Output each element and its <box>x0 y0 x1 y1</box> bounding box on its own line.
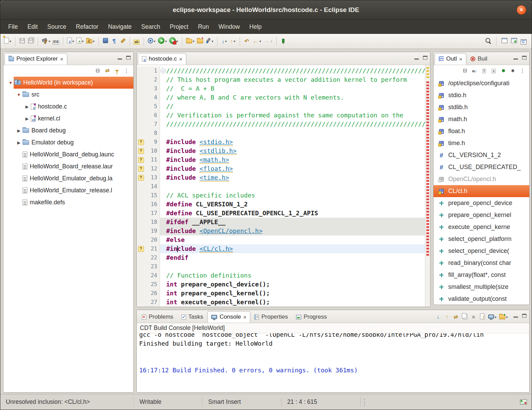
forward-button[interactable]: →▾ <box>263 36 274 47</box>
code-line[interactable]: ?11#include <math.h> <box>137 155 425 164</box>
code-line[interactable]: 8 <box>137 129 425 138</box>
code-text[interactable]: #else <box>166 235 425 244</box>
dropdown-arrow-icon[interactable]: ▾ <box>212 39 213 43</box>
outline-item[interactable]: select_opencl_device( <box>434 245 529 257</box>
outline-item[interactable]: float.h <box>434 125 529 137</box>
outline-item[interactable]: #CL_VERSION_1_2 <box>434 149 529 161</box>
maximize-icon[interactable] <box>522 314 527 318</box>
code-text[interactable]: // where A, B and C are vectors with N e… <box>166 93 425 102</box>
code-line[interactable]: 1−//////////////////////////////////////… <box>137 66 425 75</box>
tree-item[interactable]: HelloWorld_Emulator_release.l <box>3 184 133 196</box>
collapse-arrow-icon[interactable]: ▶ <box>16 128 22 133</box>
window-close-button[interactable]: × <box>517 5 526 15</box>
open-resource-button[interactable]: * <box>196 36 204 47</box>
tab-buil[interactable]: Buil <box>466 53 491 65</box>
dropdown-arrow-icon[interactable]: ▾ <box>234 39 235 43</box>
outline-item[interactable]: #CL_USE_DEPRECATED_ <box>434 161 529 173</box>
code-line[interactable]: 3// C = A + B <box>137 84 425 93</box>
code-text[interactable]: // Verification is performed against the… <box>166 111 425 120</box>
minimize-icon[interactable] <box>118 59 122 60</box>
tab-console[interactable]: Console× <box>207 311 250 323</box>
tree-item[interactable]: HelloWorld_Board_debug.launc <box>3 149 133 161</box>
menu-edit[interactable]: Edit <box>23 21 42 33</box>
code-text[interactable]: #include <math.h> <box>166 155 425 164</box>
collapse-arrow-icon[interactable]: ▶ <box>24 104 30 109</box>
open-perspective-button[interactable] <box>500 36 508 47</box>
tab-close-icon[interactable]: × <box>60 56 63 62</box>
tree-item[interactable]: ▶chostcode.c <box>3 101 133 113</box>
code-area[interactable]: 1−//////////////////////////////////////… <box>137 65 425 307</box>
tree-item[interactable]: ▶Board debug <box>3 125 133 137</box>
code-line[interactable]: ?21#include <CL/cl.h> <box>137 244 425 253</box>
outline-item[interactable]: time.h <box>434 137 529 149</box>
outline-item[interactable]: /opt/eclipse/configurati <box>434 77 529 89</box>
tab-outl[interactable]: Outl× <box>435 53 466 65</box>
dropdown-arrow-icon[interactable]: ▾ <box>49 39 50 43</box>
tab-close-icon[interactable]: × <box>243 314 247 320</box>
mark-occurrences-button[interactable]: ab <box>133 36 141 47</box>
collapse-arrow-icon[interactable]: ▶ <box>16 140 22 145</box>
code-line[interactable]: 7///////////////////////////////////////… <box>137 120 425 129</box>
expand-arrow-icon[interactable]: ▼ <box>8 80 14 85</box>
show-whitespace-button[interactable]: ¶ <box>110 36 118 47</box>
open-task-button[interactable]: ▾ <box>185 36 196 47</box>
outline-item[interactable]: prepare_opencl_kernel <box>434 209 529 221</box>
menu-run[interactable]: Run <box>194 21 213 33</box>
tab-properties[interactable]: Properties <box>250 311 292 323</box>
console-output[interactable]: gcc -o hostcode hostcode_object -lOpenCL… <box>137 333 529 392</box>
tree-item[interactable]: ▼CHelloWorld (in workspace) <box>3 77 133 89</box>
outline-item[interactable]: math.h <box>434 113 529 125</box>
tab-project-explorer[interactable]: Project Explorer × <box>4 53 67 65</box>
outline-item[interactable]: validate_output(const <box>434 293 529 305</box>
dropdown-arrow-icon[interactable]: ▾ <box>93 39 95 43</box>
code-line[interactable]: 19#include <OpenCL/opencl.h> <box>137 227 425 235</box>
fold-toggle-icon[interactable]: − <box>161 68 165 73</box>
open-element-button[interactable] <box>102 36 110 47</box>
previous-annotation-button[interactable]: ↑▾ <box>229 36 237 47</box>
code-text[interactable]: #define CL_VERSION_1_2 <box>166 200 425 209</box>
search-button[interactable] <box>484 36 492 47</box>
outline-item[interactable]: stdlib.h <box>434 101 529 113</box>
unresolved-inclusion-marker-icon[interactable]: ? <box>138 139 144 145</box>
code-line[interactable]: 18#ifdef __APPLE__ <box>137 218 425 227</box>
code-text[interactable]: // ACL specific includes <box>166 191 425 200</box>
tree-item[interactable]: ▶clkernel.cl <box>3 113 133 125</box>
code-text[interactable]: #include <float.h> <box>166 164 425 173</box>
profile-button[interactable]: ▾ <box>204 36 214 47</box>
menu-refactor[interactable]: Refactor <box>71 21 103 33</box>
run-configurations-button[interactable]: ▾ <box>168 36 179 47</box>
outline-item[interactable]: prepare_opencl_device <box>434 197 529 209</box>
show-on-output-button[interactable]: ↑ <box>443 312 451 322</box>
dropdown-arrow-icon[interactable]: ▾ <box>260 39 261 43</box>
dropdown-arrow-icon[interactable]: ▾ <box>495 315 496 319</box>
back-button[interactable]: ←▾ <box>251 36 262 47</box>
new-wizard-button[interactable]: *▾ <box>3 36 12 47</box>
code-line[interactable]: 15// ACL specific includes <box>137 191 425 200</box>
dropdown-arrow-icon[interactable]: ▾ <box>225 39 227 43</box>
code-text[interactable]: #include <CL/cl.h> <box>166 244 425 253</box>
code-line[interactable]: 5// <box>137 102 425 111</box>
new-c-project-button[interactable]: C▾ <box>85 36 96 47</box>
code-line[interactable]: 24// Function definitions <box>137 271 425 280</box>
code-text[interactable]: #include <stdio.h> <box>166 138 425 146</box>
new-class-button[interactable]: +▾ <box>76 36 85 47</box>
code-line[interactable]: 27int execute_opencl_kernel(); <box>137 298 425 307</box>
menu-project[interactable]: Project <box>165 21 192 33</box>
display-selected-console-button[interactable]: ▾ <box>487 312 497 322</box>
code-line[interactable]: ?10#include <stdlib.h> <box>137 146 425 155</box>
view-menu-button[interactable]: ⋮ <box>518 66 527 75</box>
expand-arrow-icon[interactable]: ▼ <box>16 92 22 97</box>
tab-hostcode-c[interactable]: hostcode.c × <box>138 53 186 65</box>
maximize-icon[interactable] <box>423 56 427 60</box>
code-text[interactable]: #ifdef __APPLE__ <box>166 218 425 227</box>
tab-progress[interactable]: Progress <box>292 311 331 323</box>
minimize-icon[interactable] <box>414 59 419 60</box>
unresolved-inclusion-marker-icon[interactable]: ? <box>138 246 144 252</box>
hide-inactive-button[interactable]: ∗ <box>509 66 517 75</box>
code-line[interactable]: 17#define CL_USE_DEPRECATED_OPENCL_1_2_A… <box>137 209 425 218</box>
hide-static-button[interactable]: s <box>490 66 498 75</box>
code-text[interactable]: int execute_opencl_kernel(); <box>166 298 425 307</box>
outline-item[interactable]: OpenCL/opencl.h <box>434 173 529 185</box>
menu-window[interactable]: Window <box>214 21 244 33</box>
code-text[interactable]: #define CL_USE_DEPRECATED_OPENCL_1_2_API… <box>166 209 425 218</box>
